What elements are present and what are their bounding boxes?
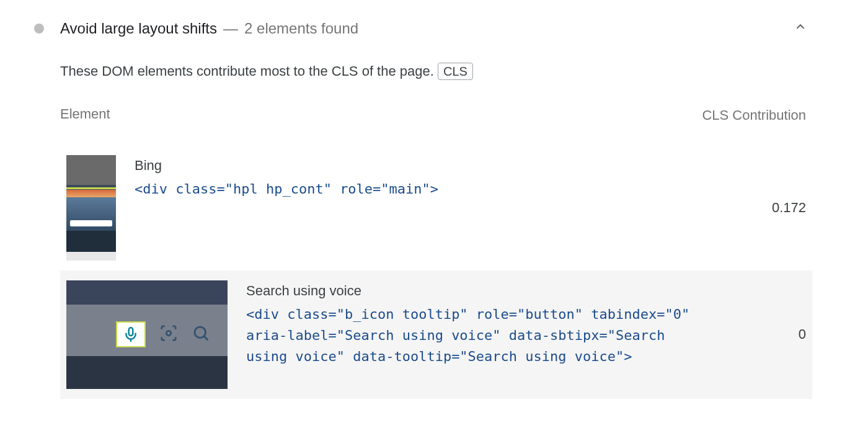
microphone-icon [116, 321, 146, 347]
audit-description-text: These DOM elements contribute most to th… [60, 63, 434, 79]
audit-subtitle: 2 elements found [244, 20, 358, 37]
column-element: Element [60, 106, 701, 122]
audit-description: These DOM elements contribute most to th… [34, 55, 812, 106]
row-content: Search using voice <div class="b_icon to… [246, 280, 713, 367]
cls-value: 0 [732, 326, 806, 342]
cls-value: 0.172 [732, 200, 806, 216]
table-row[interactable]: Search using voice <div class="b_icon to… [60, 270, 812, 399]
svg-point-3 [195, 327, 206, 338]
audit-title: Avoid large layout shifts [60, 20, 217, 37]
chevron-up-icon[interactable] [789, 17, 812, 40]
element-code: <div class="b_icon tooltip" role="button… [246, 304, 713, 367]
table-row[interactable]: Bing <div class="hpl hp_cont" role="main… [60, 145, 812, 270]
audit-header[interactable]: Avoid large layout shifts — 2 elements f… [34, 12, 812, 55]
audit-separator: — [219, 20, 242, 37]
svg-point-2 [166, 331, 171, 336]
status-dot-icon [34, 24, 44, 33]
table-header: Element CLS Contribution [60, 106, 812, 145]
audit-section: Avoid large layout shifts — 2 elements f… [0, 0, 868, 399]
row-content: Bing <div class="hpl hp_cont" role="main… [135, 155, 713, 200]
audit-title-wrap: Avoid large layout shifts — 2 elements f… [55, 20, 777, 37]
cls-chip[interactable]: CLS [438, 63, 473, 80]
svg-rect-0 [129, 328, 133, 336]
element-label: Bing [135, 158, 713, 174]
element-code: <div class="hpl hp_cont" role="main"> [135, 179, 713, 200]
element-label: Search using voice [246, 283, 713, 299]
element-thumbnail [66, 155, 116, 261]
search-icon [192, 324, 210, 345]
lens-icon [159, 324, 178, 345]
element-thumbnail [66, 280, 228, 389]
cls-table: Element CLS Contribution Bing <div class… [34, 106, 812, 399]
column-cls: CLS Contribution [701, 106, 806, 125]
svg-line-4 [205, 337, 208, 341]
